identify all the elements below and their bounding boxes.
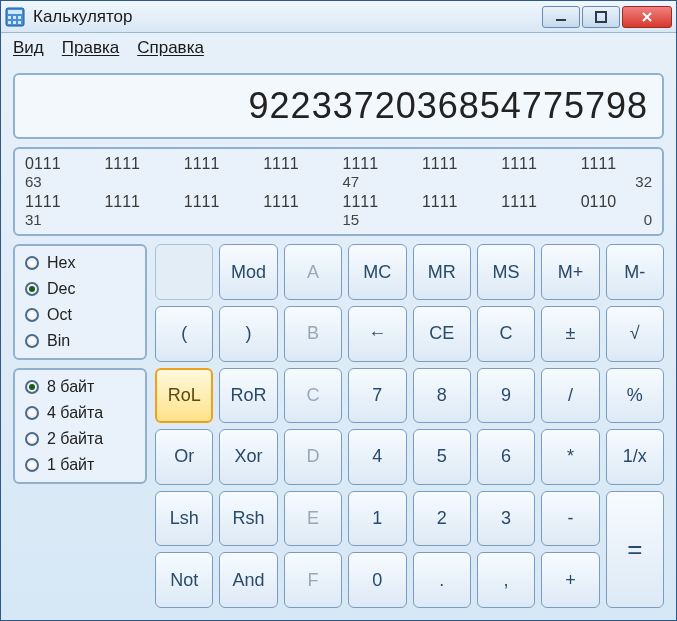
- key-4[interactable]: 4: [348, 429, 406, 485]
- minimize-button[interactable]: [542, 6, 580, 28]
- word-2byte[interactable]: 2 байта: [25, 430, 135, 448]
- radio-icon: [25, 406, 39, 420]
- maximize-button[interactable]: [582, 6, 620, 28]
- word-8byte[interactable]: 8 байт: [25, 378, 135, 396]
- window-controls: [540, 6, 672, 28]
- key-2[interactable]: 2: [413, 491, 471, 547]
- word-1byte[interactable]: 1 байт: [25, 456, 135, 474]
- key-ror[interactable]: RoR: [219, 368, 277, 424]
- svg-rect-4: [18, 16, 21, 19]
- key-9[interactable]: 9: [477, 368, 535, 424]
- key-f[interactable]: F: [284, 552, 342, 608]
- bit-group: 1111: [422, 193, 493, 211]
- word-panel: 8 байт 4 байта 2 байта 1 байт: [13, 368, 147, 484]
- word-label: 4 байта: [47, 404, 103, 422]
- menubar: Вид Правка Справка: [1, 33, 676, 63]
- key-comma[interactable]: ,: [477, 552, 535, 608]
- radix-oct[interactable]: Oct: [25, 306, 135, 324]
- calculator-icon: [5, 7, 25, 27]
- key-lparen[interactable]: (: [155, 306, 213, 362]
- key-plus[interactable]: +: [541, 552, 599, 608]
- svg-rect-1: [8, 10, 22, 14]
- svg-rect-9: [596, 12, 606, 22]
- maximize-icon: [595, 11, 607, 23]
- minimize-icon: [555, 11, 567, 23]
- radio-icon: [25, 256, 39, 270]
- key-6[interactable]: 6: [477, 429, 535, 485]
- key-0[interactable]: 0: [348, 552, 406, 608]
- bit-index: 15: [343, 211, 414, 228]
- key-lsh[interactable]: Lsh: [155, 491, 213, 547]
- menu-help[interactable]: Справка: [137, 38, 204, 58]
- key-d[interactable]: D: [284, 429, 342, 485]
- close-button[interactable]: [622, 6, 672, 28]
- key-rol[interactable]: RoL: [155, 368, 213, 424]
- key-8[interactable]: 8: [413, 368, 471, 424]
- bit-group: 1111: [581, 155, 652, 173]
- key-reciprocal[interactable]: 1/x: [606, 429, 664, 485]
- key-not[interactable]: Not: [155, 552, 213, 608]
- key-b[interactable]: B: [284, 306, 342, 362]
- radix-panel: Hex Dec Oct Bin: [13, 244, 147, 360]
- key-mplus[interactable]: M+: [541, 244, 599, 300]
- menu-edit[interactable]: Правка: [62, 38, 119, 58]
- client-area: 9223372036854775798 0111 1111 1111 1111 …: [1, 63, 676, 620]
- word-label: 1 байт: [47, 456, 94, 474]
- key-and[interactable]: And: [219, 552, 277, 608]
- key-percent[interactable]: %: [606, 368, 664, 424]
- svg-rect-7: [18, 21, 21, 24]
- key-backspace[interactable]: ←: [348, 306, 406, 362]
- key-mr[interactable]: MR: [413, 244, 471, 300]
- bit-group: 1111: [104, 155, 175, 173]
- radio-icon: [25, 432, 39, 446]
- key-dot[interactable]: .: [413, 552, 471, 608]
- radix-hex[interactable]: Hex: [25, 254, 135, 272]
- key-minus[interactable]: -: [541, 491, 599, 547]
- radix-label: Bin: [47, 332, 70, 350]
- key-mminus[interactable]: M-: [606, 244, 664, 300]
- bit-group: 0110: [581, 193, 652, 211]
- bit-index-low: 31 15 0: [25, 211, 652, 228]
- bit-group: 1111: [343, 193, 414, 211]
- key-multiply[interactable]: *: [541, 429, 599, 485]
- key-rparen[interactable]: ): [219, 306, 277, 362]
- bit-group: 1111: [422, 155, 493, 173]
- key-xor[interactable]: Xor: [219, 429, 277, 485]
- key-c-hex[interactable]: C: [284, 368, 342, 424]
- key-3[interactable]: 3: [477, 491, 535, 547]
- radix-dec[interactable]: Dec: [25, 280, 135, 298]
- key-mod[interactable]: Mod: [219, 244, 277, 300]
- key-negate[interactable]: ±: [541, 306, 599, 362]
- key-equals[interactable]: =: [606, 491, 664, 608]
- key-sqrt[interactable]: √: [606, 306, 664, 362]
- key-e[interactable]: E: [284, 491, 342, 547]
- lower-area: Hex Dec Oct Bin 8 байт 4 байта 2 байта 1…: [13, 244, 664, 608]
- key-or[interactable]: Or: [155, 429, 213, 485]
- key-7[interactable]: 7: [348, 368, 406, 424]
- key-1[interactable]: 1: [348, 491, 406, 547]
- radio-icon: [25, 458, 39, 472]
- display-panel: 9223372036854775798: [13, 73, 664, 139]
- key-a[interactable]: A: [284, 244, 342, 300]
- bit-group: 1111: [501, 155, 572, 173]
- radix-bin[interactable]: Bin: [25, 332, 135, 350]
- bit-row-low: 1111 1111 1111 1111 1111 1111 1111 0110: [25, 193, 652, 211]
- close-icon: [640, 10, 654, 24]
- menu-view[interactable]: Вид: [13, 38, 44, 58]
- bit-index: 47: [343, 173, 414, 190]
- key-clear[interactable]: C: [477, 306, 535, 362]
- keypad: Mod A MC MR MS M+ M- ( ) B ← CE C ± √ Ro…: [155, 244, 664, 608]
- bits-panel: 0111 1111 1111 1111 1111 1111 1111 1111 …: [13, 147, 664, 236]
- key-blank: [155, 244, 213, 300]
- radix-label: Dec: [47, 280, 75, 298]
- bit-group: 1111: [184, 155, 255, 173]
- key-ce[interactable]: CE: [413, 306, 471, 362]
- bit-group: 1111: [343, 155, 414, 173]
- key-rsh[interactable]: Rsh: [219, 491, 277, 547]
- word-4byte[interactable]: 4 байта: [25, 404, 135, 422]
- bit-group: 1111: [263, 193, 334, 211]
- key-ms[interactable]: MS: [477, 244, 535, 300]
- key-5[interactable]: 5: [413, 429, 471, 485]
- key-mc[interactable]: MC: [348, 244, 406, 300]
- key-divide[interactable]: /: [541, 368, 599, 424]
